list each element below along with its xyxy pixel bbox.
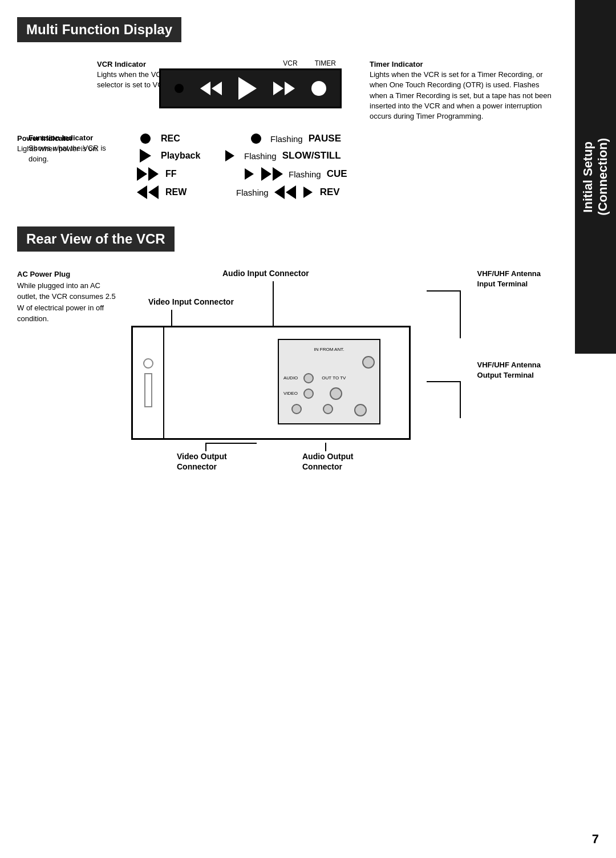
play-button-display [238, 77, 257, 100]
audio-panel-label: AUDIO [283, 375, 298, 381]
rev-label: REV [320, 187, 340, 198]
vhf-output-label: VHF/UHF Antenna Output Terminal [477, 360, 541, 380]
sidebar-text: Initial Setup (Connection) [581, 138, 611, 216]
pause-label: PAUSE [309, 133, 341, 144]
ff-flashing-label: Flashing [289, 169, 321, 179]
vhf-output-line [427, 381, 461, 382]
cue-label: CUE [327, 168, 347, 180]
mfd-section: Multi Function Display VCR Indicator Lig… [17, 17, 558, 204]
function-table: REC Flashing PAUSE Playback Flashing SLO… [137, 133, 558, 204]
video-output-label: Video Output Connector [177, 451, 227, 472]
audio-video-row: AUDIO OUT TO TV [283, 373, 375, 383]
tape-slot [144, 373, 152, 407]
video-connector [303, 388, 314, 399]
vhf-input-vert-line [460, 290, 461, 338]
vcr-box: IN FROM ANT. AUDIO OUT TO TV VIDEO [131, 326, 411, 440]
ant-in-circle [362, 356, 375, 369]
connector-circle-1 [143, 358, 153, 369]
video-row: VIDEO [283, 387, 375, 400]
vhf-input-line [427, 290, 461, 292]
out-to-tv-label: OUT TO TV [322, 375, 346, 381]
ff-icon-func [137, 167, 159, 181]
bottom-conn-3 [354, 404, 367, 416]
record-button-display [311, 81, 326, 96]
playback-flashing-label: Flashing [244, 151, 277, 161]
ff-flash-icon1 [241, 168, 258, 180]
mfd-right-annotations: Timer Indicator Lights when the VCR is s… [370, 59, 558, 122]
mfd-display-center: VCR TIMER [131, 59, 370, 122]
function-indicator-row: Function Indicator Shows what the VCR is… [29, 133, 558, 204]
ff-label: FF [165, 169, 211, 179]
audio-output-line [325, 443, 326, 451]
from-ant-label: IN FROM ANT. [283, 347, 375, 352]
rewind-button-display [200, 82, 222, 95]
vcr-display-box [159, 68, 342, 108]
mfd-title: Multi Function Display [17, 17, 181, 42]
video-output-horiz-line [205, 443, 257, 444]
rew-icon-func [137, 185, 159, 199]
rev-play-icon [299, 187, 317, 198]
ant-out-circle [330, 387, 342, 400]
rew-flashing-label: Flashing [236, 188, 269, 197]
ac-power-annotation: AC Power Plug While plugged into an AC o… [17, 269, 120, 497]
ff-flash-icon2 [261, 167, 283, 181]
sidebar: Initial Setup (Connection) [575, 0, 616, 354]
func-row-rec: REC Flashing PAUSE [137, 133, 558, 144]
func-row-rew: REW Flashing REV [137, 185, 558, 199]
video-output-line [205, 443, 206, 451]
bottom-conn-2 [323, 404, 333, 414]
audio-output-label: Audio Output Connector [302, 451, 353, 472]
vhf-output-vert-line [460, 381, 461, 418]
audio-connector [303, 373, 314, 383]
rear-title: Rear View of the VCR [17, 226, 175, 252]
rec-flash-icon [248, 133, 265, 144]
rew-flash-icon [274, 185, 296, 199]
bottom-conn-1 [291, 404, 302, 414]
timer-indicator-annotation: Timer Indicator Lights when the VCR is s… [370, 59, 558, 122]
rear-section: Rear View of the VCR AC Power Plug While… [17, 226, 558, 497]
main-content: Multi Function Display VCR Indicator Lig… [0, 0, 575, 514]
rear-content: AC Power Plug While plugged into an AC o… [17, 269, 558, 497]
playback-label: Playback [161, 151, 206, 161]
power-indicator-annotation: Power Indicator Lights when power is on. [17, 133, 99, 154]
page-number: 7 [592, 832, 599, 847]
audio-input-vert-line [273, 281, 274, 327]
mfd-left-annotations: VCR Indicator Lights when the VCR/TV sel… [17, 59, 131, 122]
rec-label: REC [161, 133, 206, 144]
rear-diagram: Audio Input Connector Video Input Connec… [131, 269, 558, 497]
from-ant-connector [283, 356, 375, 369]
video-panel-label: VIDEO [283, 391, 298, 396]
audio-input-label: Audio Input Connector [222, 269, 309, 278]
ff-button-display [273, 82, 295, 95]
connector-panel: IN FROM ANT. AUDIO OUT TO TV VIDEO [278, 339, 380, 424]
rew-label: REW [165, 187, 211, 197]
slow-still-label: SLOW/STILL [282, 150, 341, 161]
mfd-content: VCR Indicator Lights when the VCR/TV sel… [17, 54, 558, 122]
rec-flashing-label: Flashing [270, 134, 303, 144]
rec-icon [137, 133, 154, 144]
vhf-input-label: VHF/UHF Antenna Input Terminal [477, 269, 541, 289]
vcr-timer-labels: VCR TIMER [159, 59, 342, 67]
play-icon [137, 149, 154, 163]
play-flash-icon [221, 150, 238, 161]
video-input-label: Video Input Connector [148, 297, 234, 306]
vcr-left-panel [133, 327, 164, 438]
dot-indicator [175, 84, 184, 93]
bottom-connectors [283, 404, 375, 416]
func-row-ff: FF Flashing CUE [137, 167, 558, 181]
func-row-playback: Playback Flashing SLOW/STILL [137, 149, 558, 163]
